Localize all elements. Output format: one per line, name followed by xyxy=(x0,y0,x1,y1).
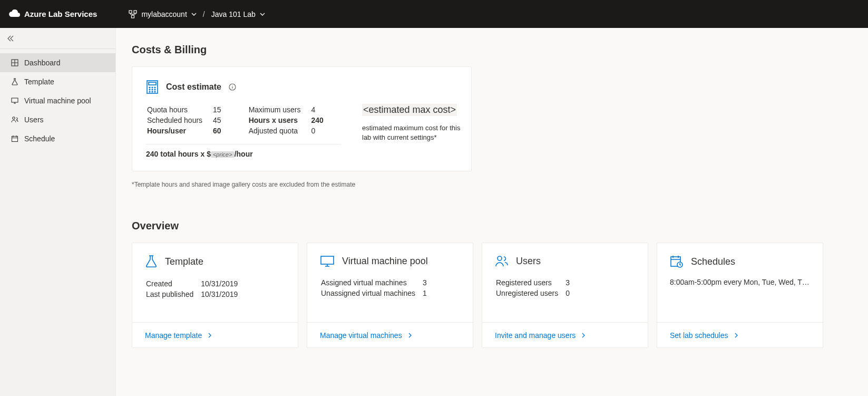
manage-users-link[interactable]: Invite and manage users xyxy=(482,322,648,347)
users-unregistered-label: Unregistered users xyxy=(496,288,564,298)
chevron-double-left-icon xyxy=(6,34,15,43)
svg-point-15 xyxy=(149,91,150,92)
chevron-right-icon xyxy=(407,333,413,338)
flask-icon xyxy=(145,255,158,268)
svg-point-11 xyxy=(154,87,155,88)
main-content: Costs & Billing Cost estimate xyxy=(116,28,868,396)
svg-rect-6 xyxy=(12,137,18,142)
svg-rect-1 xyxy=(134,11,136,13)
overview-card-title: Template xyxy=(165,256,203,267)
adjusted-quota-value: 0 xyxy=(307,126,328,136)
svg-point-16 xyxy=(152,91,153,92)
svg-point-20 xyxy=(498,256,502,260)
svg-point-10 xyxy=(152,87,153,88)
chevron-right-icon xyxy=(207,333,212,338)
sidebar-item-schedule[interactable]: Schedule xyxy=(0,129,115,148)
brand[interactable]: Azure Lab Services xyxy=(8,9,97,19)
hours-per-user-label: Hours/user xyxy=(147,126,208,136)
overview-card-title: Schedules xyxy=(691,256,735,267)
monitor-icon xyxy=(320,255,335,267)
sidebar-collapse-button[interactable] xyxy=(0,28,115,49)
estimated-max-cost-desc: estimated maximum cost for this lab with… xyxy=(362,123,462,142)
monitor-icon xyxy=(11,97,19,104)
manage-vms-link[interactable]: Manage virtual machines xyxy=(307,322,473,347)
set-schedules-link[interactable]: Set lab schedules xyxy=(657,322,823,347)
flask-icon xyxy=(11,78,19,85)
vm-unassigned-label: Unassigned virtual machines xyxy=(321,288,422,298)
users-registered-value: 3 xyxy=(565,278,576,287)
sidebar-item-template[interactable]: Template xyxy=(0,72,115,91)
template-created-label: Created xyxy=(146,279,200,288)
cost-formula: 240 total hours x $<price>/hour xyxy=(146,150,341,158)
svg-rect-0 xyxy=(129,11,132,13)
svg-point-14 xyxy=(154,89,155,90)
cost-metrics-left: Quota hours15 Scheduled hours45 Hours/us… xyxy=(146,104,228,137)
manage-template-link[interactable]: Manage template xyxy=(132,322,298,347)
top-bar: Azure Lab Services mylabaccount / Java 1… xyxy=(0,0,868,28)
action-label: Manage virtual machines xyxy=(320,331,402,340)
chevron-down-icon xyxy=(191,12,197,17)
svg-rect-8 xyxy=(149,82,156,85)
svg-rect-2 xyxy=(132,15,134,18)
sidebar: Dashboard Template Virtual machine pool xyxy=(0,28,116,396)
cost-card-title: Cost estimate xyxy=(166,82,221,92)
template-published-label: Last published xyxy=(146,289,200,299)
template-created-value: 10/31/2019 xyxy=(201,279,244,288)
calendar-clock-icon xyxy=(670,255,684,268)
overview-section-title: Overview xyxy=(132,220,852,232)
calculator-icon xyxy=(146,80,159,94)
network-icon xyxy=(129,10,137,18)
hours-per-user-value: 60 xyxy=(209,126,227,136)
hours-x-users-value: 240 xyxy=(307,115,328,125)
sidebar-item-label: Schedule xyxy=(24,134,55,143)
action-label: Set lab schedules xyxy=(670,331,728,340)
vm-assigned-value: 3 xyxy=(423,278,433,287)
breadcrumb-lab[interactable]: Java 101 Lab xyxy=(211,10,265,18)
chevron-right-icon xyxy=(581,333,586,338)
users-unregistered-value: 0 xyxy=(565,288,576,298)
chevron-down-icon xyxy=(260,12,265,17)
overview-card-template: Template Created10/31/2019 Last publishe… xyxy=(132,243,298,348)
adjusted-quota-label: Adjusted quota xyxy=(249,126,306,136)
svg-point-5 xyxy=(13,117,15,119)
sidebar-item-label: Dashboard xyxy=(24,59,61,67)
vm-unassigned-value: 1 xyxy=(423,288,433,298)
sidebar-item-users[interactable]: Users xyxy=(0,110,115,129)
breadcrumb-account[interactable]: mylabaccount xyxy=(129,10,196,18)
quota-hours-value: 15 xyxy=(209,105,227,114)
cost-metrics-right: Maximum users4 Hours x users240 Adjusted… xyxy=(248,104,330,137)
estimated-max-cost: <estimated max cost> xyxy=(362,104,457,116)
breadcrumb-account-label: mylabaccount xyxy=(141,10,187,18)
svg-point-13 xyxy=(152,89,153,90)
brand-label: Azure Lab Services xyxy=(24,9,97,18)
cost-estimate-card: Cost estimate Quota hours15 Scheduled ho… xyxy=(132,66,472,171)
azure-logo-icon xyxy=(8,9,20,19)
users-icon xyxy=(11,116,19,123)
info-icon[interactable] xyxy=(229,83,236,91)
overview-card-title: Users xyxy=(516,256,541,267)
users-registered-label: Registered users xyxy=(496,278,564,287)
costs-section-title: Costs & Billing xyxy=(132,44,852,56)
calendar-icon xyxy=(11,135,19,142)
users-icon xyxy=(495,255,509,267)
overview-card-title: Virtual machine pool xyxy=(342,256,428,267)
schedule-summary: 8:00am-5:00pm every Mon, Tue, Wed, Thu, … xyxy=(670,278,810,286)
sidebar-item-vmpool[interactable]: Virtual machine pool xyxy=(0,91,115,110)
breadcrumb-separator: / xyxy=(203,10,205,18)
sidebar-item-dashboard[interactable]: Dashboard xyxy=(0,53,115,72)
action-label: Manage template xyxy=(145,331,202,340)
sidebar-item-label: Template xyxy=(24,78,54,86)
svg-point-17 xyxy=(154,91,155,92)
cost-footnote: *Template hours and shared image gallery… xyxy=(132,181,852,188)
template-published-value: 10/31/2019 xyxy=(201,289,244,299)
scheduled-hours-label: Scheduled hours xyxy=(147,115,208,125)
svg-rect-19 xyxy=(321,256,334,264)
action-label: Invite and manage users xyxy=(495,331,576,340)
quota-hours-label: Quota hours xyxy=(147,105,208,114)
svg-rect-4 xyxy=(12,98,18,102)
breadcrumb-lab-label: Java 101 Lab xyxy=(211,10,256,18)
max-users-value: 4 xyxy=(307,105,328,114)
hours-x-users-label: Hours x users xyxy=(249,115,306,125)
sidebar-item-label: Virtual machine pool xyxy=(24,96,91,105)
overview-card-users: Users Registered users3 Unregistered use… xyxy=(482,243,648,348)
